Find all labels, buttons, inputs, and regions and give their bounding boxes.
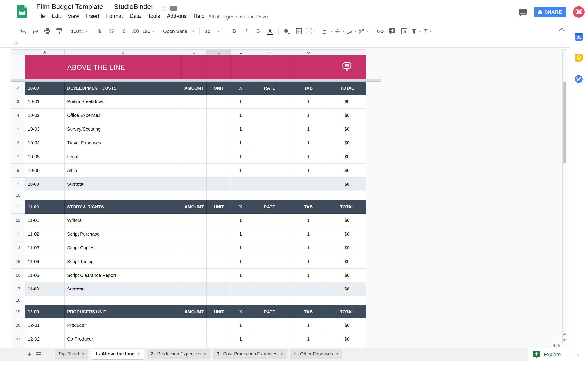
cell-A13[interactable]: 11-02	[25, 227, 64, 241]
cell-H5[interactable]: $0	[328, 122, 366, 136]
cell-C2[interactable]: AMOUNT	[181, 82, 207, 95]
row-header-3[interactable]: 3	[11, 95, 25, 109]
google-calendar-icon[interactable]: 31	[575, 33, 583, 41]
cell-D18[interactable]	[207, 296, 231, 305]
menu-tools[interactable]: Tools	[148, 13, 160, 19]
vertical-scrollbar-thumb[interactable]	[563, 82, 567, 163]
cell-C12[interactable]	[181, 214, 207, 227]
cell-H21[interactable]: $0	[328, 332, 366, 346]
cell-H[interactable]	[328, 346, 366, 348]
menu-add-ons[interactable]: Add-ons	[167, 13, 187, 19]
banner-cell[interactable]: ABOVE THE LINE	[25, 55, 366, 79]
sheet-tab-4-other-expenses[interactable]: 4 - Other Expenses▼	[290, 349, 342, 359]
cell-F10[interactable]	[250, 191, 289, 200]
cell-B20[interactable]: Producer	[64, 319, 181, 332]
cell-B11[interactable]: STORY & RIGHTS	[64, 200, 181, 214]
zoom-select[interactable]: 100%▼	[71, 26, 88, 36]
cell-D4[interactable]	[207, 109, 231, 122]
sheet-tab-menu-caret[interactable]: ▼	[336, 352, 339, 356]
cell-A14[interactable]: 11-03	[25, 241, 64, 255]
move-folder-icon[interactable]	[170, 6, 177, 10]
sheet-tab-menu-caret[interactable]: ▼	[137, 352, 140, 356]
format-percent-button[interactable]: %	[106, 26, 117, 36]
cell-E3[interactable]: 1	[231, 95, 250, 109]
print-button[interactable]	[42, 26, 52, 36]
cell-G11[interactable]: TAB	[289, 200, 328, 214]
cell-D2[interactable]: UNIT	[207, 82, 231, 95]
fill-color-button[interactable]	[282, 26, 292, 36]
collapse-toolbar-icon[interactable]	[559, 28, 565, 31]
scroll-right-button[interactable]	[556, 343, 562, 348]
save-status[interactable]: All changes saved in Drive	[208, 14, 268, 20]
cell-E11[interactable]: X	[231, 200, 250, 214]
scroll-left-button[interactable]	[551, 343, 556, 348]
account-avatar[interactable]	[573, 6, 585, 18]
cell-A6[interactable]: 10-04	[25, 136, 64, 150]
cell-H20[interactable]: $0	[328, 319, 366, 332]
column-header-F[interactable]: F	[250, 49, 289, 55]
row-header-1[interactable]: 1	[11, 55, 25, 79]
cell-F[interactable]	[250, 346, 289, 348]
number-format-select[interactable]: 123▼	[142, 26, 155, 36]
cell-C18[interactable]	[181, 296, 207, 305]
column-header-D[interactable]: D	[207, 49, 231, 55]
cell-H15[interactable]: $0	[328, 255, 366, 269]
cell-B2[interactable]: DEVELOPMENT COSTS	[64, 82, 181, 95]
row-header-6[interactable]: 6	[11, 136, 25, 150]
column-header-C[interactable]: C	[181, 49, 207, 55]
cell-D14[interactable]	[207, 241, 231, 255]
cell-F15[interactable]	[250, 255, 289, 269]
cell-D10[interactable]	[207, 191, 231, 200]
cell-G18[interactable]	[289, 296, 328, 305]
row-header-12[interactable]: 12	[11, 214, 25, 227]
row-header-19[interactable]: 19	[11, 305, 25, 319]
cell-C10[interactable]	[181, 191, 207, 200]
cell-D21[interactable]	[207, 332, 231, 346]
sheet-tab-3-post-production-expenses[interactable]: 3 - Post-Production Expenses▼	[213, 349, 287, 359]
star-icon[interactable]: ☆	[160, 4, 166, 12]
cell-H6[interactable]: $0	[328, 136, 366, 150]
row-header-9[interactable]: 9	[11, 177, 25, 191]
filter-button[interactable]: ▼	[411, 26, 421, 36]
cell-F18[interactable]	[250, 296, 289, 305]
column-header-G[interactable]: G	[289, 49, 328, 55]
cell-C13[interactable]	[181, 227, 207, 241]
cell-D8[interactable]	[207, 164, 231, 177]
cell-G2[interactable]: TAB	[289, 82, 328, 95]
row-header-10[interactable]: 10	[11, 191, 25, 200]
cell-F6[interactable]	[250, 136, 289, 150]
select-all-corner[interactable]	[11, 49, 25, 55]
cell-F13[interactable]	[250, 227, 289, 241]
row-header-11[interactable]: 11	[11, 200, 25, 214]
cell-A5[interactable]: 10-03	[25, 122, 64, 136]
cell-H18[interactable]	[328, 296, 366, 305]
cell-D9[interactable]	[207, 177, 231, 191]
cell-F2[interactable]: RATE	[250, 82, 289, 95]
row-header-5[interactable]: 5	[11, 122, 25, 136]
cell-B18[interactable]	[64, 296, 181, 305]
cell-A2[interactable]: 10-00	[25, 82, 64, 95]
side-panel-expand-chevron[interactable]: ›	[577, 351, 579, 358]
comments-icon[interactable]	[519, 9, 527, 17]
cell-G6[interactable]: 1	[289, 136, 328, 150]
cell-H16[interactable]: $0	[328, 269, 366, 282]
cell-E15[interactable]: 1	[231, 255, 250, 269]
cell-H9[interactable]: $0	[328, 177, 366, 191]
cell-G20[interactable]: 1	[289, 319, 328, 332]
add-sheet-button[interactable]: +	[25, 348, 34, 361]
cell-A16[interactable]: 11-05	[25, 269, 64, 282]
cell-H2[interactable]: TOTAL	[328, 82, 366, 95]
cell-E2[interactable]: X	[231, 82, 250, 95]
cell-E12[interactable]: 1	[231, 214, 250, 227]
cell-B14[interactable]: Script Copies	[64, 241, 181, 255]
cell-C[interactable]	[181, 346, 207, 348]
cell-C6[interactable]	[181, 136, 207, 150]
google-sheets-logo-icon[interactable]	[17, 5, 27, 18]
row-header-partial[interactable]	[11, 346, 25, 348]
cell-B15[interactable]: Script Timing	[64, 255, 181, 269]
sheet-tab-1-above-the-line[interactable]: 1 - Above the Line▼	[91, 349, 144, 359]
cell-F14[interactable]	[250, 241, 289, 255]
cell-H17[interactable]: $0	[328, 282, 366, 296]
cell-C14[interactable]	[181, 241, 207, 255]
borders-button[interactable]	[294, 26, 304, 36]
